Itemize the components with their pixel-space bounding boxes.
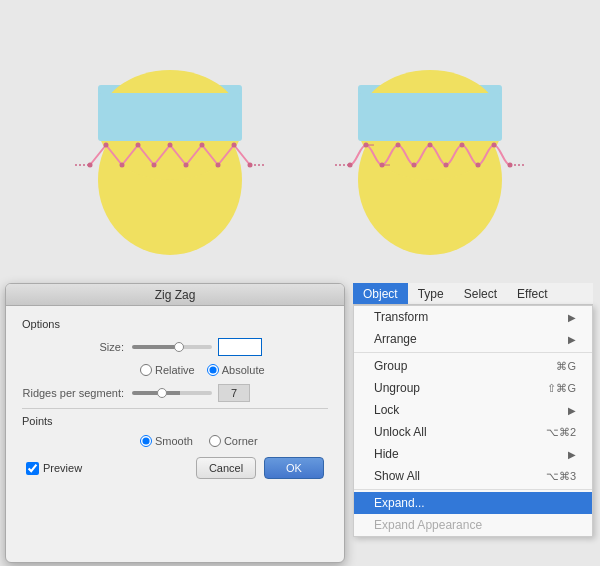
menu-label-transform: Transform	[374, 310, 428, 324]
svg-point-11	[168, 143, 173, 148]
menubar-item-type[interactable]: Type	[408, 283, 454, 304]
svg-point-6	[88, 163, 93, 168]
size-slider[interactable]	[132, 345, 212, 349]
svg-point-31	[476, 163, 481, 168]
menu-label-hide: Hide	[374, 447, 399, 461]
dialog-body: Options Size: 5 px Relative Absolute	[6, 306, 344, 491]
corner-option[interactable]: Corner	[209, 435, 258, 447]
menu-shortcut-group: ⌘G	[556, 360, 576, 373]
menu-item-show-all[interactable]: Show All ⌥⌘3	[354, 465, 592, 487]
dialog-title: Zig Zag	[155, 288, 196, 302]
absolute-radio[interactable]	[207, 364, 219, 376]
zigzag-dialog: Zig Zag Options Size: 5 px Relative	[5, 283, 345, 563]
svg-rect-3	[98, 93, 242, 141]
cancel-button[interactable]: Cancel	[196, 457, 256, 479]
size-label: Size:	[22, 341, 132, 353]
svg-point-8	[120, 163, 125, 168]
menu-dropdown: Transform ▶ Arrange ▶ Group ⌘G Ungroup ⇧…	[353, 305, 593, 537]
menu-label-group: Group	[374, 359, 407, 373]
svg-point-13	[200, 143, 205, 148]
ridges-label: Ridges per segment:	[22, 387, 132, 399]
menu-arrow-lock: ▶	[568, 405, 576, 416]
menu-arrow-arrange: ▶	[568, 334, 576, 345]
menu-item-ungroup[interactable]: Ungroup ⇧⌘G	[354, 377, 592, 399]
svg-point-15	[232, 143, 237, 148]
dialog-titlebar: Zig Zag	[6, 284, 344, 306]
right-egg-container	[320, 20, 540, 260]
menubar: Object Type Select Effect	[353, 283, 593, 305]
menu-item-transform[interactable]: Transform ▶	[354, 306, 592, 328]
menu-shortcut-show-all: ⌥⌘3	[546, 470, 576, 483]
divider	[22, 408, 328, 409]
menu-arrow-transform: ▶	[568, 312, 576, 323]
menu-item-expand[interactable]: Expand...	[354, 492, 592, 514]
svg-point-27	[412, 163, 417, 168]
absolute-label: Absolute	[222, 364, 265, 376]
svg-point-7	[104, 143, 109, 148]
svg-point-23	[348, 163, 353, 168]
ok-button[interactable]: OK	[264, 457, 324, 479]
size-value-input[interactable]: 5 px	[218, 338, 262, 356]
menu-arrow-hide: ▶	[568, 449, 576, 460]
menu-separator-2	[354, 489, 592, 490]
preview-check[interactable]: Preview	[26, 462, 82, 475]
menu-label-unlock-all: Unlock All	[374, 425, 427, 439]
menu-item-expand-appearance[interactable]: Expand Appearance	[354, 514, 592, 536]
ridges-value-input[interactable]: 7	[218, 384, 250, 402]
corner-label: Corner	[224, 435, 258, 447]
absolute-option[interactable]: Absolute	[207, 364, 265, 376]
svg-rect-20	[358, 93, 502, 141]
smooth-option[interactable]: Smooth	[140, 435, 193, 447]
menu-label-arrange: Arrange	[374, 332, 417, 346]
left-egg-svg	[70, 25, 270, 255]
bottom-area: Zig Zag Options Size: 5 px Relative	[0, 280, 600, 566]
svg-point-28	[428, 143, 433, 148]
points-radio-row: Smooth Corner	[140, 435, 328, 447]
menubar-item-effect[interactable]: Effect	[507, 283, 557, 304]
svg-point-10	[152, 163, 157, 168]
illustration-area	[0, 0, 600, 280]
preview-label: Preview	[43, 462, 82, 474]
size-row: Size: 5 px	[22, 338, 328, 356]
menu-item-hide[interactable]: Hide ▶	[354, 443, 592, 465]
menu-container: Object Type Select Effect Transform ▶ Ar…	[353, 283, 593, 563]
relative-option[interactable]: Relative	[140, 364, 195, 376]
menubar-item-select[interactable]: Select	[454, 283, 507, 304]
corner-radio[interactable]	[209, 435, 221, 447]
menu-item-lock[interactable]: Lock ▶	[354, 399, 592, 421]
button-group: Cancel OK	[196, 457, 324, 479]
menu-label-ungroup: Ungroup	[374, 381, 420, 395]
menu-label-expand-appearance: Expand Appearance	[374, 518, 482, 532]
smooth-radio[interactable]	[140, 435, 152, 447]
size-slider-container: 5 px	[132, 338, 328, 356]
menu-label-expand: Expand...	[374, 496, 425, 510]
menubar-item-object[interactable]: Object	[353, 283, 408, 304]
svg-point-29	[444, 163, 449, 168]
dialog-footer: Preview Cancel OK	[22, 457, 328, 479]
svg-point-30	[460, 143, 465, 148]
smooth-label: Smooth	[155, 435, 193, 447]
menu-item-unlock-all[interactable]: Unlock All ⌥⌘2	[354, 421, 592, 443]
svg-point-9	[136, 143, 141, 148]
left-egg-container	[60, 20, 280, 260]
relative-radio[interactable]	[140, 364, 152, 376]
menu-item-group[interactable]: Group ⌘G	[354, 355, 592, 377]
preview-checkbox[interactable]	[26, 462, 39, 475]
menu-label-lock: Lock	[374, 403, 399, 417]
right-egg-svg	[330, 25, 530, 255]
relative-label: Relative	[155, 364, 195, 376]
menu-item-arrange[interactable]: Arrange ▶	[354, 328, 592, 350]
svg-point-32	[492, 143, 497, 148]
points-section-label: Points	[22, 415, 328, 427]
options-section-label: Options	[22, 318, 328, 330]
menu-label-show-all: Show All	[374, 469, 420, 483]
svg-point-33	[508, 163, 513, 168]
ridges-slider[interactable]	[132, 391, 212, 395]
svg-point-26	[396, 143, 401, 148]
relative-absolute-row: Relative Absolute	[140, 364, 328, 376]
menu-separator-1	[354, 352, 592, 353]
svg-point-12	[184, 163, 189, 168]
menu-shortcut-ungroup: ⇧⌘G	[547, 382, 576, 395]
menu-shortcut-unlock-all: ⌥⌘2	[546, 426, 576, 439]
svg-point-16	[248, 163, 253, 168]
